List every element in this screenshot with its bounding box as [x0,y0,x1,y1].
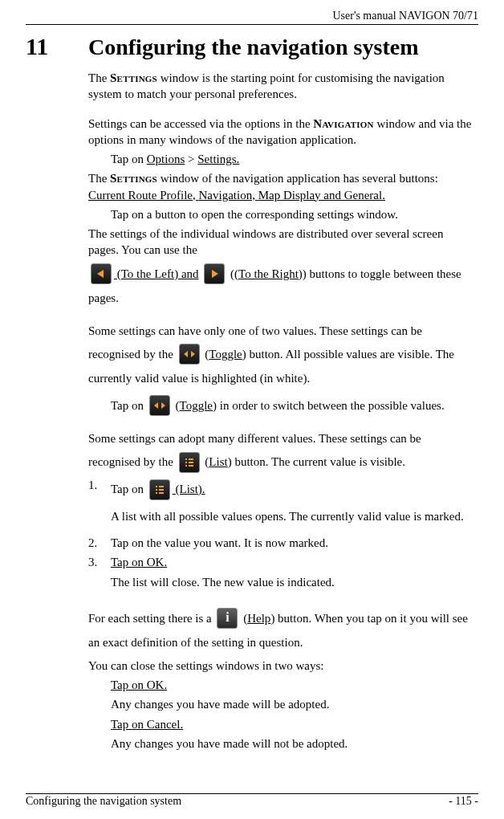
toggle-label: Toggle [209,348,242,361]
step-2: 2. Tap on the value you want. It is now … [88,535,475,551]
svg-marker-5 [161,402,165,409]
list-icon [179,452,200,473]
list-label: List [209,455,227,468]
svg-marker-4 [154,402,158,409]
list-recognise-line: recognised by the (List) button. The cur… [88,450,475,474]
svg-rect-13 [159,486,164,487]
help-paragraph: For each setting there is a i (Help) but… [88,606,475,654]
svg-rect-11 [189,465,193,467]
step-1-sub: A list with all possible values opens. T… [111,504,475,528]
close-cancel-sub: Any changes you have made will not be ad… [111,735,475,752]
toggle-recognise-line: recognised by the (Toggle) button. All p… [88,342,475,390]
svg-marker-0 [97,270,104,278]
svg-rect-17 [159,492,164,494]
step-1: 1. Tap on (List). A list with all possib… [88,477,475,532]
svg-rect-10 [185,465,187,467]
arrow-left-icon [91,263,112,284]
svg-rect-12 [156,486,157,487]
svg-rect-8 [185,462,187,463]
intro-paragraph-1: The Settings window is the starting poin… [88,70,475,103]
svg-marker-1 [212,270,218,278]
arrow-right-icon [204,263,225,284]
intro-paragraph-2: Settings can be accessed via the options… [88,116,475,149]
list-icon [149,479,170,500]
tap-ok-link: Tap on OK. [111,556,167,568]
svg-rect-9 [189,462,193,463]
buttons-paragraph: The Settings window of the navigation ap… [88,170,475,203]
settings-smallcaps: Settings [110,71,157,84]
to-the-left-label: (To the Left) and [114,267,199,280]
options-link: Options [147,153,185,165]
chapter-number: 11 [26,33,88,60]
close-ok-sub: Any changes you have made will be adopte… [111,696,475,712]
close-cancel: Tap on Cancel. [111,716,475,732]
navigation-smallcaps: Navigation [313,117,373,130]
footer-page-number: - 115 - [449,795,478,808]
svg-rect-14 [156,489,157,491]
close-intro: You can close the settings windows in tw… [88,658,475,674]
toggle-icon [179,344,200,365]
settings-link: Settings. [197,153,239,165]
svg-marker-3 [191,351,195,357]
two-values-paragraph: Some settings can have only one of two v… [88,323,475,339]
list-link: (List). [173,483,205,495]
step-3: 3. Tap on OK. The list will close. The n… [88,554,475,593]
step-3-sub: The list will close. The new value is in… [111,574,475,590]
tap-button-line: Tap on a button to open the correspondin… [111,206,475,222]
distributed-paragraph: The settings of the individual windows a… [88,226,475,259]
svg-marker-2 [184,351,188,357]
footer-left: Configuring the navigation system [26,795,181,808]
chapter-heading: 11 Configuring the navigation system [26,33,478,60]
chapter-title: Configuring the navigation system [88,35,418,60]
page-footer: Configuring the navigation system - 115 … [26,793,478,808]
close-ok: Tap on OK. [111,677,475,693]
running-header: User's manual NAVIGON 70/71 [26,10,478,25]
svg-rect-15 [159,489,164,491]
many-values-paragraph: Some settings can adopt many different v… [88,430,475,446]
help-label: Help [247,612,270,625]
svg-rect-7 [189,458,193,460]
to-the-right-label: ((To the Right)) [230,267,307,280]
tap-toggle-line: Tap on (Toggle) in order to switch betwe… [111,393,475,418]
tap-options-line: Tap on Options > Settings. [111,151,475,167]
left-right-line: (To the Left) and ((To the Right)) butto… [88,262,475,310]
info-icon: i [217,608,238,629]
toggle-icon [149,395,170,416]
svg-rect-16 [156,492,157,494]
svg-rect-6 [185,458,187,460]
